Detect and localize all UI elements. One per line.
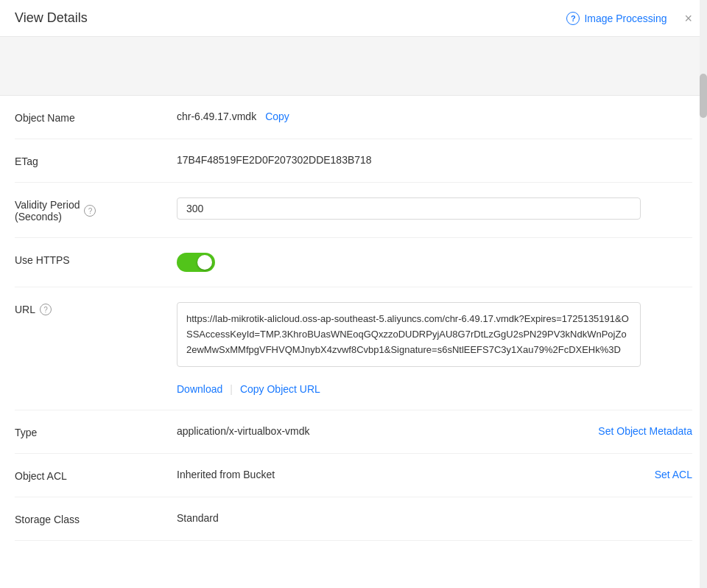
etag-text: 17B4F48519FE2D0F207302DDE183B718 xyxy=(177,154,372,166)
content-area: Object Name chr-6.49.17.vmdk Copy ETag 1… xyxy=(0,96,707,588)
validity-period-help-icon[interactable]: ? xyxy=(84,205,96,217)
image-processing-button[interactable]: ? Image Processing xyxy=(566,12,666,25)
image-processing-label: Image Processing xyxy=(584,13,666,24)
url-text-box: https://lab-mikrotik-alicloud.oss-ap-sou… xyxy=(177,302,641,367)
storage-class-row: Storage Class Standard xyxy=(15,497,692,541)
use-https-value-container xyxy=(177,253,692,272)
etag-label: ETag xyxy=(15,154,177,167)
copy-object-name-button[interactable]: Copy xyxy=(265,111,289,122)
object-acl-value: Inherited from Bucket xyxy=(177,469,275,480)
https-toggle[interactable] xyxy=(177,253,215,272)
https-toggle-slider xyxy=(177,253,215,272)
object-name-row: Object Name chr-6.49.17.vmdk Copy xyxy=(15,96,692,139)
use-https-label: Use HTTPS xyxy=(15,253,177,266)
validity-period-label: Validity Period(Seconds) ? xyxy=(15,197,177,223)
type-row: Type application/x-virtualbox-vmdk Set O… xyxy=(15,410,692,454)
validity-period-input[interactable] xyxy=(177,197,641,220)
url-actions: Download | Copy Object URL xyxy=(177,383,320,395)
etag-value: 17B4F48519FE2D0F207302DDE183B718 xyxy=(177,154,692,166)
url-value-container: https://lab-mikrotik-alicloud.oss-ap-sou… xyxy=(177,302,692,395)
url-help-icon[interactable]: ? xyxy=(40,304,52,315)
type-label: Type xyxy=(15,425,177,438)
type-value-container: application/x-virtualbox-vmdk Set Object… xyxy=(177,425,692,437)
storage-class-value-container: Standard xyxy=(177,512,692,524)
scrollbar-thumb[interactable] xyxy=(700,74,707,118)
etag-row: ETag 17B4F48519FE2D0F207302DDE183B718 xyxy=(15,139,692,183)
use-https-row: Use HTTPS xyxy=(15,238,692,287)
set-acl-button[interactable]: Set ACL xyxy=(655,469,692,480)
object-name-value: chr-6.49.17.vmdk xyxy=(177,111,256,122)
validity-period-value-container xyxy=(177,197,692,220)
url-row: URL ? https://lab-mikrotik-alicloud.oss-… xyxy=(15,287,692,410)
validity-period-row: Validity Period(Seconds) ? xyxy=(15,183,692,238)
close-button[interactable]: × xyxy=(684,12,692,25)
storage-class-value: Standard xyxy=(177,512,219,524)
scrollbar-track[interactable] xyxy=(700,0,707,588)
storage-class-label: Storage Class xyxy=(15,512,177,525)
validity-period-label-text: Validity Period(Seconds) xyxy=(15,199,80,223)
object-acl-label: Object ACL xyxy=(15,469,177,482)
view-details-panel: View Details ? Image Processing × Object… xyxy=(0,0,707,588)
set-object-metadata-button[interactable]: Set Object Metadata xyxy=(598,425,692,437)
image-preview-area xyxy=(0,37,707,96)
url-actions-divider: | xyxy=(230,383,233,395)
header-right: ? Image Processing × xyxy=(566,12,692,25)
url-label: URL ? xyxy=(15,302,177,315)
image-processing-help-icon: ? xyxy=(566,12,580,25)
copy-object-url-button[interactable]: Copy Object URL xyxy=(240,383,320,395)
object-acl-value-container: Inherited from Bucket Set ACL xyxy=(177,469,692,480)
object-acl-row: Object ACL Inherited from Bucket Set ACL xyxy=(15,454,692,497)
panel-title: View Details xyxy=(15,10,88,26)
url-label-text: URL xyxy=(15,304,35,315)
object-name-value-container: chr-6.49.17.vmdk Copy xyxy=(177,111,692,122)
https-toggle-container xyxy=(177,253,215,272)
panel-header: View Details ? Image Processing × xyxy=(0,0,707,37)
download-button[interactable]: Download xyxy=(177,383,222,395)
type-value: application/x-virtualbox-vmdk xyxy=(177,425,310,437)
object-name-label: Object Name xyxy=(15,111,177,124)
